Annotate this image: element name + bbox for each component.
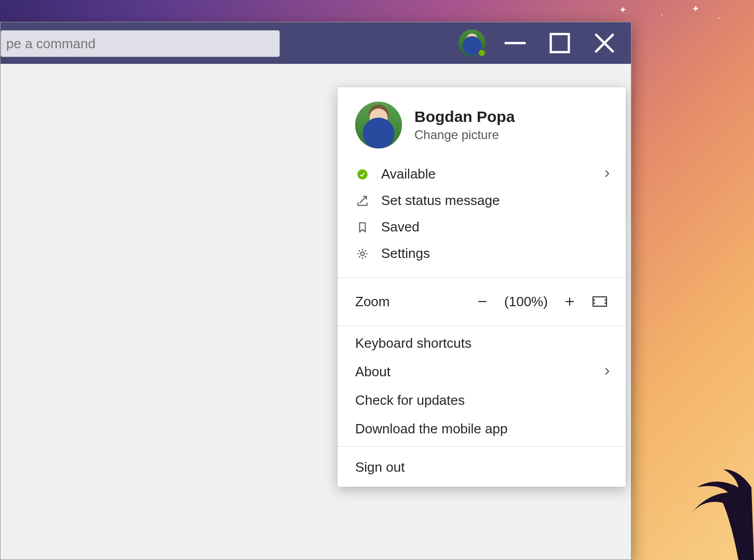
menu-divider (338, 277, 626, 278)
menu-divider (338, 325, 626, 326)
sign-out-label: Sign out (355, 459, 405, 475)
zoom-level: (100%) (500, 294, 552, 310)
download-mobile-menu-item[interactable]: Download the mobile app (338, 415, 626, 443)
sign-out-menu-item[interactable]: Sign out (338, 450, 626, 487)
title-bar (1, 22, 631, 64)
chevron-right-icon (602, 166, 612, 182)
wallpaper-palm (619, 425, 754, 560)
settings-label: Settings (381, 245, 430, 262)
zoom-out-button[interactable] (470, 289, 495, 314)
command-search-box[interactable] (1, 30, 280, 57)
command-search-input[interactable] (6, 36, 274, 52)
window-maximize-button[interactable] (545, 22, 575, 64)
keyboard-shortcuts-menu-item[interactable]: Keyboard shortcuts (338, 329, 626, 358)
bookmark-icon (355, 220, 370, 235)
menu-divider (338, 446, 626, 447)
zoom-in-button[interactable] (557, 289, 582, 314)
profile-header: Bogdan Popa Change picture (338, 87, 626, 158)
svg-point-5 (361, 252, 365, 255)
svg-point-4 (357, 169, 368, 180)
saved-menu-item[interactable]: Saved (338, 214, 626, 240)
profile-menu-panel: Bogdan Popa Change picture Available Set… (338, 87, 626, 487)
available-status-icon (355, 167, 370, 182)
keyboard-shortcuts-label: Keyboard shortcuts (355, 335, 472, 351)
about-label: About (355, 364, 391, 379)
zoom-row: Zoom (100%) (338, 281, 626, 322)
presence-indicator-icon (477, 48, 487, 58)
fullscreen-button[interactable] (587, 289, 612, 314)
background-list (1, 64, 337, 559)
svg-rect-9 (593, 297, 607, 306)
titlebar-avatar[interactable] (459, 30, 486, 57)
check-updates-label: Check for updates (355, 392, 465, 408)
change-picture-link[interactable]: Change picture (414, 128, 515, 142)
edit-note-icon (355, 194, 370, 208)
app-window: Bogdan Popa Change picture Available Set… (0, 22, 631, 560)
profile-name: Bogdan Popa (414, 108, 515, 126)
download-mobile-label: Download the mobile app (355, 421, 507, 436)
presence-menu-item[interactable]: Available (338, 161, 626, 187)
svg-rect-1 (551, 34, 569, 52)
profile-avatar[interactable] (355, 102, 402, 148)
gear-icon (355, 247, 370, 261)
window-close-button[interactable] (589, 22, 620, 64)
zoom-label: Zoom (355, 294, 389, 310)
presence-label: Available (381, 166, 436, 182)
check-updates-menu-item[interactable]: Check for updates (338, 386, 626, 415)
set-status-label: Set status message (381, 193, 500, 209)
saved-label: Saved (381, 219, 420, 235)
set-status-menu-item[interactable]: Set status message (338, 187, 626, 214)
about-menu-item[interactable]: About (338, 358, 626, 386)
window-minimize-button[interactable] (500, 22, 530, 64)
settings-menu-item[interactable]: Settings (338, 240, 626, 267)
chevron-right-icon (602, 364, 612, 380)
